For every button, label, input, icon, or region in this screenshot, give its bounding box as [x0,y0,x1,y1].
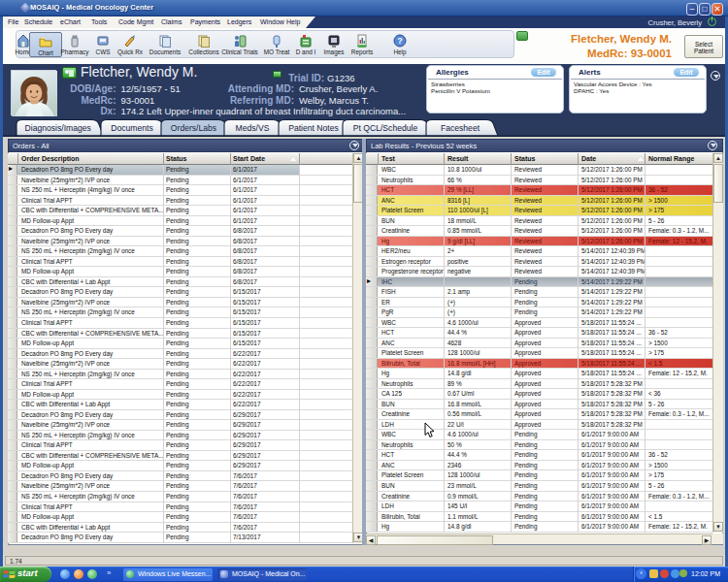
svg-text:Diagnosis/Images: Diagnosis/Images [25,123,91,133]
svg-text:?: ? [397,36,403,46]
svg-text:Patient Notes: Patient Notes [288,123,339,133]
svg-text:Pt QCL/Schedule: Pt QCL/Schedule [353,123,418,133]
svg-text:Orders/Labs: Orders/Labs [171,123,216,133]
svg-text:Facesheet: Facesheet [441,123,480,133]
svg-text:Documents: Documents [111,123,152,133]
svg-text:Meds/VS: Meds/VS [236,123,270,133]
